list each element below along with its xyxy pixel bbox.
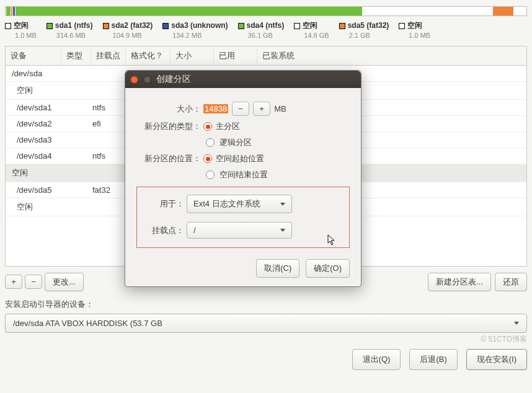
col-mount[interactable]: 挂载点 xyxy=(91,46,126,65)
cell-device: 空闲 xyxy=(8,201,89,213)
watermark: © 51CTO博客 xyxy=(481,334,527,345)
cursor-icon xyxy=(327,234,337,248)
legend-item: 空闲1.0 MB xyxy=(5,21,37,40)
legend-label: sda5 (fat32) xyxy=(348,21,389,31)
col-type[interactable]: 类型 xyxy=(61,46,91,65)
radio-logical[interactable] xyxy=(206,138,215,147)
cell-device: 空闲 xyxy=(8,85,89,96)
legend-swatch xyxy=(103,23,109,29)
partition-legend: 空闲1.0 MBsda1 (ntfs)314.6 MBsda2 (fat32)1… xyxy=(5,17,527,46)
close-icon[interactable] xyxy=(130,76,138,84)
size-label: 大小： xyxy=(136,104,203,115)
usage-segment xyxy=(6,7,11,15)
legend-swatch xyxy=(294,23,300,29)
legend-label: sda2 (fat32) xyxy=(112,21,153,31)
col-used[interactable]: 已用 xyxy=(214,46,257,65)
col-format[interactable]: 格式化？ xyxy=(126,46,171,65)
size-value: 14838 xyxy=(203,104,228,113)
size-minus-button[interactable]: − xyxy=(232,102,249,116)
size-unit: MB xyxy=(274,104,286,113)
boot-device-value: /dev/sda ATA VBOX HARDDISK (53.7 GB xyxy=(13,319,162,328)
change-partition-button[interactable]: 更改... xyxy=(45,273,84,291)
legend-swatch xyxy=(162,23,169,29)
mount-point-select[interactable]: / xyxy=(187,222,292,239)
chevron-down-icon xyxy=(280,203,285,206)
legend-swatch xyxy=(399,23,405,29)
new-partition-table-button[interactable]: 新建分区表... xyxy=(428,273,491,291)
legend-swatch xyxy=(339,23,345,29)
cell-device: /dev/sda3 xyxy=(8,135,89,144)
legend-item: sda3 (unknown)134.2 MB xyxy=(162,21,228,40)
usage-segment xyxy=(363,7,493,15)
legend-size: 104.9 MB xyxy=(113,31,153,40)
radio-pos-end[interactable] xyxy=(206,170,215,179)
cell-type: ntfs xyxy=(89,151,120,161)
col-system[interactable]: 已装系统 xyxy=(257,46,526,65)
use-as-value: Ext4 日志文件系统 xyxy=(193,198,260,210)
legend-size: 2.1 GB xyxy=(349,31,389,40)
cell-device: /dev/sda5 xyxy=(8,185,89,195)
legend-swatch xyxy=(238,23,244,29)
use-as-select[interactable]: Ext4 日志文件系统 xyxy=(187,195,292,213)
legend-item: sda4 (ntfs)36.1 GB xyxy=(238,21,285,40)
dialog-titlebar[interactable]: 创建分区 xyxy=(125,71,361,88)
size-plus-button[interactable]: + xyxy=(253,102,270,116)
legend-size: 36.1 GB xyxy=(248,31,285,40)
use-as-label: 用于： xyxy=(143,198,187,210)
type-logical-label: 逻辑分区 xyxy=(219,137,252,148)
cell-type xyxy=(89,69,120,78)
cell-type: fat32 xyxy=(89,185,120,195)
legend-size: 314.6 MB xyxy=(56,31,93,40)
remove-partition-button[interactable]: − xyxy=(25,275,42,289)
cell-type: efi xyxy=(89,119,120,128)
legend-size: 134.2 MB xyxy=(172,31,228,40)
mount-point-value: / xyxy=(193,226,196,235)
dialog-cancel-button[interactable]: 取消(C) xyxy=(256,259,299,278)
create-partition-dialog: 创建分区 大小： 14838 − + MB 新分区的类型： 主分区 逻辑分 xyxy=(125,70,361,287)
pos-end-label: 空间结束位置 xyxy=(219,169,268,180)
cell-type: ntfs xyxy=(89,103,120,112)
legend-size: 14.8 GB xyxy=(304,31,329,40)
col-size[interactable]: 大小 xyxy=(171,46,214,65)
usage-segment xyxy=(514,7,523,15)
radio-pos-begin[interactable] xyxy=(203,154,212,163)
legend-swatch xyxy=(47,23,53,29)
add-partition-button[interactable]: + xyxy=(5,275,22,289)
cell-device: /dev/sda2 xyxy=(8,119,89,128)
legend-item: 空闲1.0 MB xyxy=(399,21,430,40)
back-button[interactable]: 后退(B) xyxy=(409,349,457,370)
quit-button[interactable]: 退出(Q) xyxy=(352,349,401,370)
dialog-ok-button[interactable]: 确定(O) xyxy=(306,259,350,278)
legend-label: 空闲 xyxy=(14,21,29,31)
usage-segment xyxy=(493,7,514,15)
radio-primary[interactable] xyxy=(203,122,212,131)
legend-swatch xyxy=(5,23,11,29)
legend-label: 空闲 xyxy=(407,21,422,31)
position-label: 新分区的位置： xyxy=(136,153,203,164)
col-device[interactable]: 设备 xyxy=(6,46,61,65)
install-button[interactable]: 现在安装(I) xyxy=(466,349,527,370)
type-primary-label: 主分区 xyxy=(216,121,240,132)
type-label: 新分区的类型： xyxy=(136,121,203,132)
dialog-title: 创建分区 xyxy=(156,74,191,85)
highlighted-options: 用于： Ext4 日志文件系统 挂载点： / xyxy=(136,187,350,248)
boot-device-select[interactable]: /dev/sda ATA VBOX HARDDISK (53.7 GB xyxy=(5,314,527,333)
pos-begin-label: 空间起始位置 xyxy=(216,153,264,164)
legend-item: 空闲14.8 GB xyxy=(294,21,329,40)
legend-size: 1.0 MB xyxy=(409,31,430,40)
legend-label: sda3 (unknown) xyxy=(171,21,228,31)
cell-type xyxy=(89,201,120,213)
cell-device: 空闲 xyxy=(8,167,89,179)
cell-type xyxy=(89,85,120,96)
boot-device-label: 安装启动引导器的设备： xyxy=(5,299,527,310)
legend-item: sda5 (fat32)2.1 GB xyxy=(339,21,389,40)
size-input[interactable]: 14838 xyxy=(203,104,228,113)
cell-device: /dev/sda1 xyxy=(8,103,89,112)
minimize-icon[interactable] xyxy=(143,76,151,84)
mount-label: 挂载点： xyxy=(143,225,187,236)
legend-label: sda4 (ntfs) xyxy=(247,21,285,31)
legend-label: sda1 (ntfs) xyxy=(55,21,93,31)
chevron-down-icon xyxy=(280,229,285,232)
revert-button[interactable]: 还原 xyxy=(495,273,527,291)
legend-size: 1.0 MB xyxy=(15,31,37,40)
